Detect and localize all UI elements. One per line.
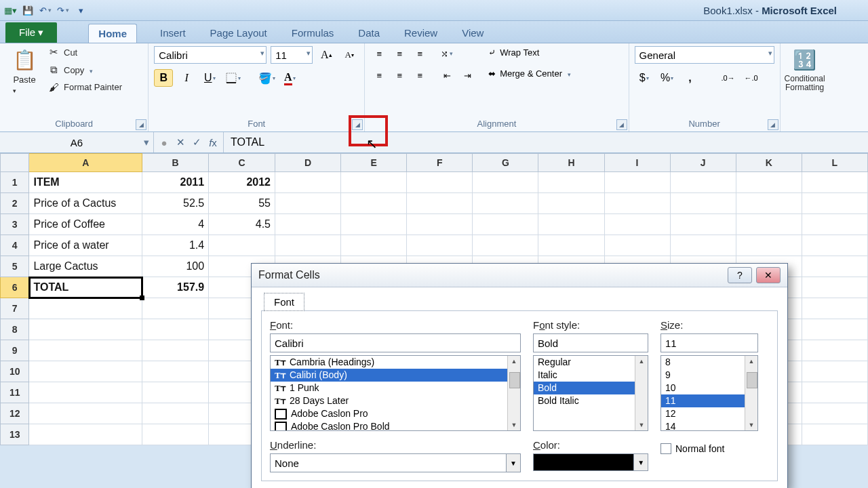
cell-F1[interactable] <box>407 172 473 193</box>
cell-L6[interactable] <box>802 277 867 298</box>
cell-L4[interactable] <box>802 235 867 256</box>
list-item[interactable]: 12 <box>661 407 757 420</box>
color-combo[interactable]: ▼ <box>533 453 648 471</box>
tab-insert[interactable]: Insert <box>159 23 187 43</box>
cell-B5[interactable]: 100 <box>142 256 209 277</box>
format-painter-button[interactable]: 🖌Format Painter <box>47 81 122 93</box>
col-header-E[interactable]: E <box>341 154 407 172</box>
clipboard-launcher[interactable]: ◢ <box>136 119 146 130</box>
row-header-1[interactable]: 1 <box>1 172 29 193</box>
cell-A1[interactable]: ITEM <box>29 172 142 193</box>
tab-data[interactable]: Data <box>357 23 381 43</box>
cell-A8[interactable] <box>29 319 142 340</box>
cell-A13[interactable] <box>29 424 142 445</box>
cell-B11[interactable] <box>142 382 209 403</box>
cut-button[interactable]: ✂Cut <box>47 46 122 58</box>
cell-A2[interactable]: Price of a Cactus <box>29 193 142 214</box>
col-header-H[interactable]: H <box>538 154 604 172</box>
list-item[interactable]: Italic <box>534 369 648 382</box>
cancel-edit-icon[interactable]: ● <box>158 137 170 148</box>
row-header-10[interactable]: 10 <box>1 361 29 382</box>
cell-F3[interactable] <box>407 214 473 235</box>
cell-B4[interactable]: 1.4 <box>142 235 209 256</box>
cell-I3[interactable] <box>604 214 670 235</box>
cell-A4[interactable]: Price of a water <box>29 235 142 256</box>
cell-A5[interactable]: Large Cactus <box>29 256 142 277</box>
cell-B9[interactable] <box>142 340 209 361</box>
paste-button[interactable]: 📋 Paste▾ <box>5 46 43 95</box>
align-right-button[interactable]: ≡ <box>411 68 429 83</box>
cell-E1[interactable] <box>341 172 407 193</box>
row-header-8[interactable]: 8 <box>1 319 29 340</box>
check-icon[interactable]: ✓ <box>191 136 203 148</box>
accounting-format-button[interactable]: $ <box>635 69 654 87</box>
name-box[interactable]: A6 <box>0 132 154 152</box>
cell-K1[interactable] <box>736 172 802 193</box>
tab-review[interactable]: Review <box>403 23 439 43</box>
cell-L10[interactable] <box>802 361 867 382</box>
cell-B1[interactable]: 2011 <box>142 172 209 193</box>
cell-L13[interactable] <box>802 424 867 445</box>
list-item[interactable]: Bold Italic <box>534 394 648 407</box>
font-size-input[interactable] <box>660 333 758 352</box>
cell-L8[interactable] <box>802 319 867 340</box>
redo-icon[interactable]: ↷ <box>57 4 69 16</box>
cell-J2[interactable] <box>670 193 736 214</box>
col-header-F[interactable]: F <box>407 154 473 172</box>
style-list[interactable]: RegularItalicBoldBold Italic▲▼ <box>533 355 648 431</box>
list-item[interactable]: 11 <box>661 394 757 407</box>
cell-C2[interactable]: 55 <box>209 193 275 214</box>
number-launcher[interactable]: ◢ <box>768 119 778 130</box>
cell-A12[interactable] <box>29 403 142 424</box>
cell-G3[interactable] <box>473 214 538 235</box>
cell-K3[interactable] <box>736 214 802 235</box>
list-item[interactable]: 9 <box>661 369 757 382</box>
cell-B6[interactable]: 157.9 <box>142 277 209 298</box>
shrink-font-button[interactable]: A▾ <box>340 46 359 64</box>
list-item[interactable]: Adobe Caslon Pro <box>271 407 520 420</box>
align-center-button[interactable]: ≡ <box>391 68 408 83</box>
percent-button[interactable]: % <box>658 69 677 87</box>
bold-button[interactable]: B <box>154 69 173 87</box>
col-header-I[interactable]: I <box>604 154 670 172</box>
list-item[interactable]: Adobe Caslon Pro Bold <box>271 420 520 431</box>
list-item[interactable]: 14 <box>661 420 757 431</box>
cell-A10[interactable] <box>29 361 142 382</box>
font-list[interactable]: TᴛCambria (Headings)TᴛCalibri (Body)Tᴛ1 … <box>270 355 521 431</box>
cell-L7[interactable] <box>802 298 867 319</box>
cell-G2[interactable] <box>473 193 538 214</box>
cell-A6[interactable]: TOTAL <box>29 277 142 298</box>
cell-H4[interactable] <box>538 235 604 256</box>
font-name-combo[interactable]: Calibri <box>154 46 267 64</box>
row-header-12[interactable]: 12 <box>1 403 29 424</box>
cell-E4[interactable] <box>341 235 407 256</box>
scrollbar[interactable]: ▲▼ <box>635 356 648 430</box>
cell-B7[interactable] <box>142 298 209 319</box>
cell-J4[interactable] <box>670 235 736 256</box>
align-middle-button[interactable]: ≡ <box>391 46 408 61</box>
cell-C4[interactable] <box>209 235 275 256</box>
cell-G4[interactable] <box>473 235 538 256</box>
cell-H3[interactable] <box>538 214 604 235</box>
cell-E3[interactable] <box>341 214 407 235</box>
tab-file[interactable]: File ▾ <box>5 22 57 43</box>
increase-decimal-button[interactable]: .0→ <box>719 69 738 87</box>
cell-H2[interactable] <box>538 193 604 214</box>
orientation-button[interactable]: ⤭ <box>438 46 456 61</box>
undo-icon[interactable]: ↶ <box>39 4 52 16</box>
cell-L3[interactable] <box>802 214 867 235</box>
cell-I1[interactable] <box>604 172 670 193</box>
comma-button[interactable]: , <box>681 69 700 87</box>
row-header-4[interactable]: 4 <box>1 235 29 256</box>
tab-page-layout[interactable]: Page Layout <box>209 23 269 43</box>
row-header-11[interactable]: 11 <box>1 382 29 403</box>
row-header-7[interactable]: 7 <box>1 298 29 319</box>
cell-L9[interactable] <box>802 340 867 361</box>
cell-B12[interactable] <box>142 403 209 424</box>
borders-button[interactable] <box>223 69 242 87</box>
wrap-text-button[interactable]: ⤶Wrap Text <box>486 46 574 59</box>
cell-K2[interactable] <box>736 193 802 214</box>
underline-button[interactable]: U <box>200 69 219 87</box>
cell-J1[interactable] <box>670 172 736 193</box>
cell-F2[interactable] <box>407 193 473 214</box>
